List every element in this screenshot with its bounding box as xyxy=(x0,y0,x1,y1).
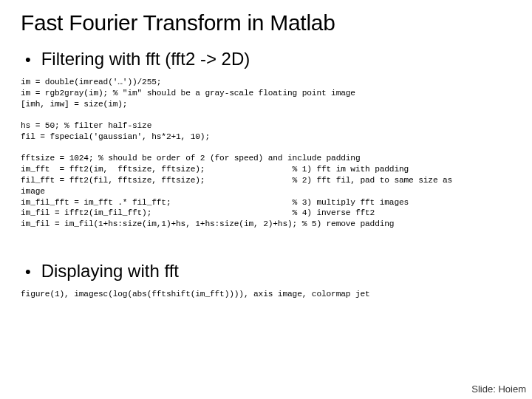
code-block-displaying: figure(1), imagesc(log(abs(fftshift(im_f… xyxy=(21,289,511,300)
bullet-filtering: • Filtering with fft (fft2 -> 2D) xyxy=(21,49,511,69)
bullet-dot-icon: • xyxy=(25,264,31,280)
slide-credit: Slide: Hoiem xyxy=(471,383,526,395)
bullet-text-2: Displaying with fft xyxy=(41,261,179,282)
bullet-displaying: • Displaying with fft xyxy=(21,261,511,282)
code-block-filtering: im = double(imread('…'))/255; im = rgb2g… xyxy=(21,77,511,230)
bullet-dot-icon: • xyxy=(25,52,31,68)
bullet-text-1: Filtering with fft (fft2 -> 2D) xyxy=(41,49,250,69)
slide-title: Fast Fourier Transform in Matlab xyxy=(21,10,511,35)
